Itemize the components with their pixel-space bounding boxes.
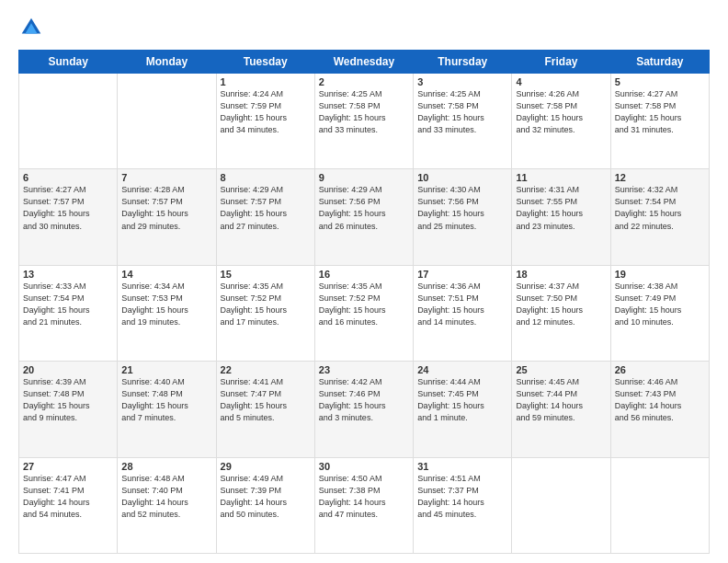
day-info: Sunrise: 4:35 AM Sunset: 7:52 PM Dayligh…: [319, 281, 409, 328]
calendar-week-row: 20Sunrise: 4:39 AM Sunset: 7:48 PM Dayli…: [19, 362, 710, 457]
page: SundayMondayTuesdayWednesdayThursdayFrid…: [0, 0, 728, 563]
day-number: 10: [417, 172, 507, 183]
calendar-cell: 15Sunrise: 4:35 AM Sunset: 7:52 PM Dayli…: [216, 265, 314, 361]
calendar-cell: 23Sunrise: 4:42 AM Sunset: 7:46 PM Dayli…: [314, 362, 413, 457]
calendar-week-row: 6Sunrise: 4:27 AM Sunset: 7:57 PM Daylig…: [19, 169, 710, 265]
day-info: Sunrise: 4:28 AM Sunset: 7:57 PM Dayligh…: [121, 184, 211, 232]
calendar-week-row: 27Sunrise: 4:47 AM Sunset: 7:41 PM Dayli…: [19, 457, 710, 553]
calendar-cell: 8Sunrise: 4:29 AM Sunset: 7:57 PM Daylig…: [216, 169, 314, 265]
calendar-cell: 24Sunrise: 4:44 AM Sunset: 7:45 PM Dayli…: [414, 362, 512, 457]
day-info: Sunrise: 4:30 AM Sunset: 7:56 PM Dayligh…: [417, 184, 507, 232]
day-of-week-header: Sunday: [19, 51, 118, 74]
calendar-cell: 2Sunrise: 4:25 AM Sunset: 7:58 PM Daylig…: [314, 74, 413, 169]
calendar-cell: 12Sunrise: 4:32 AM Sunset: 7:54 PM Dayli…: [610, 169, 709, 265]
day-info: Sunrise: 4:44 AM Sunset: 7:45 PM Dayligh…: [417, 376, 507, 424]
calendar-cell: [610, 457, 709, 553]
day-info: Sunrise: 4:29 AM Sunset: 7:57 PM Dayligh…: [221, 184, 311, 232]
calendar-cell: 29Sunrise: 4:49 AM Sunset: 7:39 PM Dayli…: [216, 457, 314, 553]
day-number: 6: [23, 172, 113, 183]
day-number: 2: [319, 76, 409, 87]
calendar-cell: 7Sunrise: 4:28 AM Sunset: 7:57 PM Daylig…: [118, 169, 216, 265]
day-info: Sunrise: 4:27 AM Sunset: 7:57 PM Dayligh…: [23, 184, 113, 232]
day-info: Sunrise: 4:46 AM Sunset: 7:43 PM Dayligh…: [615, 376, 705, 424]
calendar-cell: 13Sunrise: 4:33 AM Sunset: 7:54 PM Dayli…: [19, 265, 118, 361]
day-number: 18: [516, 269, 606, 280]
calendar-week-row: 13Sunrise: 4:33 AM Sunset: 7:54 PM Dayli…: [19, 265, 710, 361]
calendar-cell: [19, 74, 118, 169]
day-info: Sunrise: 4:35 AM Sunset: 7:52 PM Dayligh…: [221, 281, 311, 328]
day-number: 15: [221, 269, 311, 280]
calendar-cell: [512, 457, 610, 553]
day-number: 4: [516, 76, 606, 87]
calendar-cell: 5Sunrise: 4:27 AM Sunset: 7:58 PM Daylig…: [610, 74, 709, 169]
day-number: 23: [319, 364, 409, 375]
day-number: 25: [516, 364, 606, 375]
day-info: Sunrise: 4:47 AM Sunset: 7:41 PM Dayligh…: [23, 473, 113, 521]
day-info: Sunrise: 4:49 AM Sunset: 7:39 PM Dayligh…: [221, 473, 311, 521]
calendar-cell: 26Sunrise: 4:46 AM Sunset: 7:43 PM Dayli…: [610, 362, 709, 457]
calendar-cell: 18Sunrise: 4:37 AM Sunset: 7:50 PM Dayli…: [512, 265, 610, 361]
logo: [18, 15, 48, 40]
calendar-cell: 3Sunrise: 4:25 AM Sunset: 7:58 PM Daylig…: [414, 74, 512, 169]
logo-icon: [18, 15, 44, 40]
day-info: Sunrise: 4:38 AM Sunset: 7:49 PM Dayligh…: [615, 281, 705, 328]
calendar-cell: 27Sunrise: 4:47 AM Sunset: 7:41 PM Dayli…: [19, 457, 118, 553]
day-info: Sunrise: 4:50 AM Sunset: 7:38 PM Dayligh…: [319, 473, 409, 521]
day-of-week-header: Thursday: [414, 51, 512, 74]
day-number: 30: [319, 461, 409, 472]
day-info: Sunrise: 4:33 AM Sunset: 7:54 PM Dayligh…: [23, 281, 113, 328]
day-number: 24: [417, 364, 507, 375]
calendar-cell: 11Sunrise: 4:31 AM Sunset: 7:55 PM Dayli…: [512, 169, 610, 265]
day-info: Sunrise: 4:36 AM Sunset: 7:51 PM Dayligh…: [417, 281, 507, 328]
day-number: 31: [417, 461, 507, 472]
day-info: Sunrise: 4:41 AM Sunset: 7:47 PM Dayligh…: [221, 376, 311, 424]
calendar-cell: 9Sunrise: 4:29 AM Sunset: 7:56 PM Daylig…: [314, 169, 413, 265]
header: [18, 15, 710, 40]
calendar-table: SundayMondayTuesdayWednesdayThursdayFrid…: [18, 50, 710, 554]
day-info: Sunrise: 4:42 AM Sunset: 7:46 PM Dayligh…: [319, 376, 409, 424]
day-info: Sunrise: 4:25 AM Sunset: 7:58 PM Dayligh…: [417, 88, 507, 136]
day-number: 28: [121, 461, 211, 472]
calendar-cell: 10Sunrise: 4:30 AM Sunset: 7:56 PM Dayli…: [414, 169, 512, 265]
day-info: Sunrise: 4:32 AM Sunset: 7:54 PM Dayligh…: [615, 184, 705, 232]
calendar-cell: 31Sunrise: 4:51 AM Sunset: 7:37 PM Dayli…: [414, 457, 512, 553]
calendar-cell: 22Sunrise: 4:41 AM Sunset: 7:47 PM Dayli…: [216, 362, 314, 457]
day-number: 11: [516, 172, 606, 183]
day-number: 5: [615, 76, 705, 87]
day-info: Sunrise: 4:37 AM Sunset: 7:50 PM Dayligh…: [516, 281, 606, 328]
calendar-cell: 25Sunrise: 4:45 AM Sunset: 7:44 PM Dayli…: [512, 362, 610, 457]
day-info: Sunrise: 4:39 AM Sunset: 7:48 PM Dayligh…: [23, 376, 113, 424]
day-info: Sunrise: 4:29 AM Sunset: 7:56 PM Dayligh…: [319, 184, 409, 232]
day-of-week-header: Monday: [118, 51, 216, 74]
day-of-week-header: Saturday: [610, 51, 709, 74]
calendar-cell: [118, 74, 216, 169]
day-of-week-header: Wednesday: [314, 51, 413, 74]
day-number: 9: [319, 172, 409, 183]
day-info: Sunrise: 4:51 AM Sunset: 7:37 PM Dayligh…: [417, 473, 507, 521]
day-number: 26: [615, 364, 705, 375]
day-info: Sunrise: 4:24 AM Sunset: 7:59 PM Dayligh…: [221, 88, 311, 136]
calendar-cell: 28Sunrise: 4:48 AM Sunset: 7:40 PM Dayli…: [118, 457, 216, 553]
calendar-week-row: 1Sunrise: 4:24 AM Sunset: 7:59 PM Daylig…: [19, 74, 710, 169]
calendar-cell: 4Sunrise: 4:26 AM Sunset: 7:58 PM Daylig…: [512, 74, 610, 169]
day-number: 21: [121, 364, 211, 375]
day-number: 17: [417, 269, 507, 280]
day-number: 29: [221, 461, 311, 472]
day-info: Sunrise: 4:45 AM Sunset: 7:44 PM Dayligh…: [516, 376, 606, 424]
day-info: Sunrise: 4:40 AM Sunset: 7:48 PM Dayligh…: [121, 376, 211, 424]
day-info: Sunrise: 4:25 AM Sunset: 7:58 PM Dayligh…: [319, 88, 409, 136]
calendar-cell: 17Sunrise: 4:36 AM Sunset: 7:51 PM Dayli…: [414, 265, 512, 361]
calendar-cell: 14Sunrise: 4:34 AM Sunset: 7:53 PM Dayli…: [118, 265, 216, 361]
day-number: 16: [319, 269, 409, 280]
day-number: 3: [417, 76, 507, 87]
calendar-cell: 21Sunrise: 4:40 AM Sunset: 7:48 PM Dayli…: [118, 362, 216, 457]
day-of-week-header: Friday: [512, 51, 610, 74]
day-of-week-header: Tuesday: [216, 51, 314, 74]
day-number: 7: [121, 172, 211, 183]
day-number: 22: [221, 364, 311, 375]
day-number: 13: [23, 269, 113, 280]
calendar-cell: 20Sunrise: 4:39 AM Sunset: 7:48 PM Dayli…: [19, 362, 118, 457]
day-number: 27: [23, 461, 113, 472]
calendar-header-row: SundayMondayTuesdayWednesdayThursdayFrid…: [19, 51, 710, 74]
calendar-cell: 16Sunrise: 4:35 AM Sunset: 7:52 PM Dayli…: [314, 265, 413, 361]
